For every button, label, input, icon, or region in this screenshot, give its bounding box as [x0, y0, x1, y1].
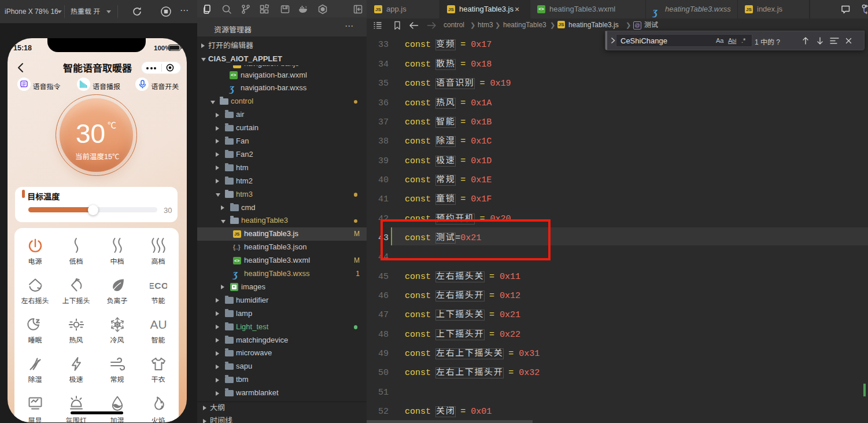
svg-text:AU: AU	[150, 318, 167, 331]
svg-text:ECO: ECO	[150, 281, 167, 290]
